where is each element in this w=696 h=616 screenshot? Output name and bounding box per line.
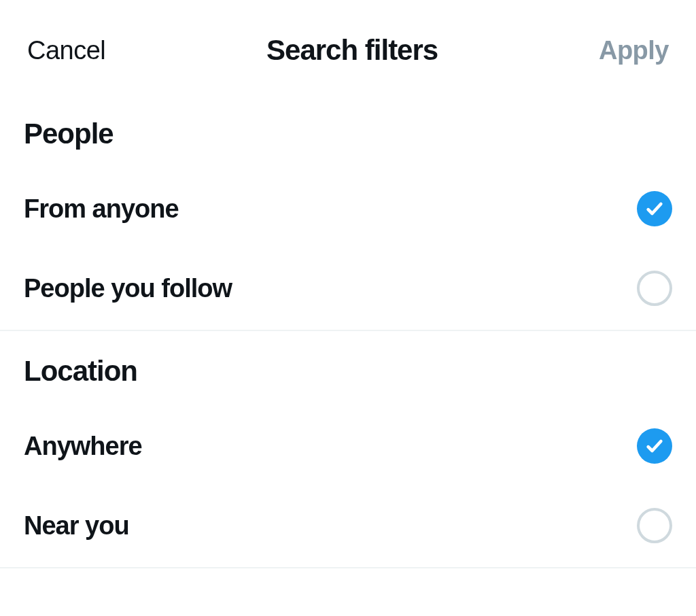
location-section-header: Location — [0, 331, 696, 408]
option-label: People you follow — [24, 274, 232, 303]
check-icon — [645, 199, 664, 218]
page-title: Search filters — [266, 34, 438, 67]
option-from-anyone[interactable]: From anyone — [0, 171, 696, 250]
option-anywhere[interactable]: Anywhere — [0, 408, 696, 487]
radio-selected — [637, 191, 672, 226]
location-section: Location Anywhere Near you — [0, 331, 696, 568]
people-section: People From anyone People you follow — [0, 94, 696, 331]
people-section-header: People — [0, 94, 696, 171]
option-label: From anyone — [24, 194, 179, 224]
header: Cancel Search filters Apply — [0, 0, 696, 94]
cancel-button[interactable]: Cancel — [27, 36, 105, 65]
radio-unselected — [637, 271, 672, 306]
check-icon — [645, 437, 664, 456]
radio-unselected — [637, 508, 672, 543]
apply-button[interactable]: Apply — [599, 36, 669, 65]
option-people-you-follow[interactable]: People you follow — [0, 250, 696, 330]
option-near-you[interactable]: Near you — [0, 487, 696, 567]
option-label: Anywhere — [24, 432, 142, 461]
option-label: Near you — [24, 511, 129, 541]
radio-selected — [637, 428, 672, 464]
